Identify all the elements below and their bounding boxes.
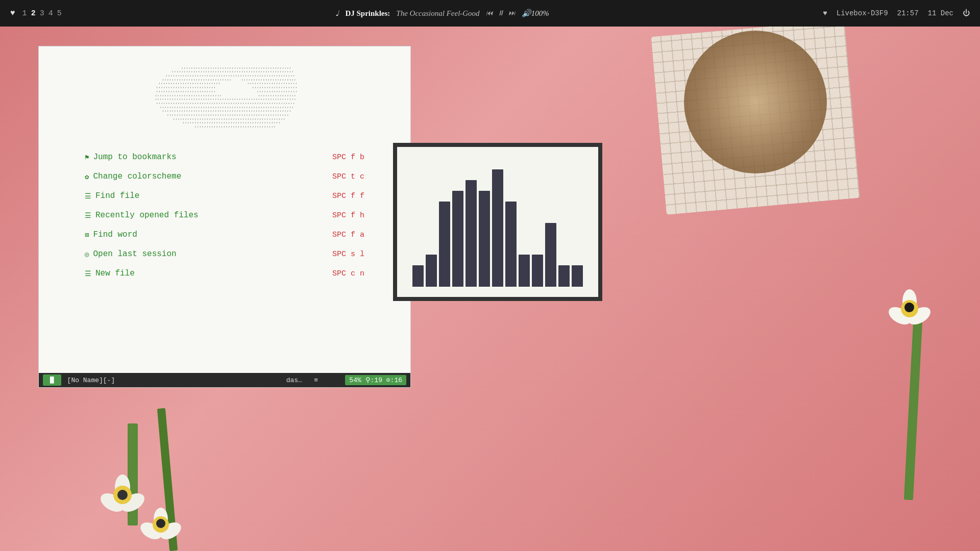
menu-icon-6: ☰ [85, 269, 91, 278]
chart-bar-2 [439, 202, 450, 287]
flower-decoration-1 [102, 485, 143, 525]
network-name: Livebox-D3F9 [837, 9, 888, 17]
chart-bar-11 [558, 265, 570, 287]
menu-text-5: Open last session [93, 249, 176, 259]
volume-indicator: 🔊100% [522, 9, 549, 18]
menu-label-3[interactable]: ☰ Recently opened files [85, 211, 199, 220]
menu-label-4[interactable]: ⊞ Find word [85, 230, 137, 239]
menu-text-2: Find file [95, 191, 139, 201]
menu-text-4: Find word [93, 230, 137, 239]
menu-shortcut-2: SPC f f [332, 192, 364, 201]
tab-3[interactable]: 3 [40, 9, 44, 18]
menu-item-2[interactable]: ☰ Find file SPC f f [85, 186, 364, 206]
menu-item-5[interactable]: ◎ Open last session SPC s l [85, 244, 364, 264]
menu-icon-1: ✿ [85, 172, 89, 181]
topbar-left: ♥ 1 2 3 4 5 [10, 9, 62, 18]
date-display: 11 Dec [928, 9, 953, 17]
status-right: 54% ⚲:19 ⊙:16 [345, 375, 406, 385]
menu-icon-4: ⊞ [85, 231, 89, 239]
tab-4[interactable]: 4 [48, 9, 53, 18]
pause-button[interactable]: ⏸ [497, 9, 504, 17]
next-button[interactable]: ⏭ [508, 9, 516, 17]
chart-bar-6 [492, 169, 503, 287]
now-playing: ♩ DJ Sprinkles: The Occasional Feel-Good… [335, 9, 549, 18]
playback-controls: ⏮ ⏸ ⏭ [486, 9, 516, 17]
menu-shortcut-6: SPC c n [332, 269, 364, 278]
menu-label-6[interactable]: ☰ New file [85, 269, 135, 278]
chart-bar-4 [465, 180, 477, 287]
menu-shortcut-0: SPC f b [332, 153, 364, 162]
chart-bar-9 [532, 255, 543, 287]
menu-icon-0: ⚑ [85, 153, 89, 162]
menu-label-5[interactable]: ◎ Open last session [85, 249, 177, 259]
tab-numbers: 1 2 3 4 5 [22, 9, 62, 18]
menu-list: ⚑ Jump to bookmarks SPC f b ✿ Change col… [54, 147, 395, 283]
status-bar: ▐▌ [No Name][-] das… ≡ 54% ⚲:19 ⊙:16 [39, 373, 410, 387]
editor-window: ,,,,,,,,,,,,,,,,,,,,,,,,,,,,,,,,,,,,,,,,… [38, 46, 411, 388]
menu-item-6[interactable]: ☰ New file SPC c n [85, 264, 364, 283]
menu-text-0: Jump to bookmarks [93, 153, 176, 162]
tab-5[interactable]: 5 [57, 9, 62, 18]
prev-button[interactable]: ⏮ [486, 9, 493, 17]
menu-shortcut-5: SPC s l [332, 250, 364, 259]
editor-content: ,,,,,,,,,,,,,,,,,,,,,,,,,,,,,,,,,,,,,,,,… [39, 46, 410, 373]
chart-bar-12 [572, 265, 583, 287]
tab-2-active[interactable]: 2 [31, 9, 36, 18]
chart-bar-7 [505, 202, 517, 287]
chart-bar-10 [545, 223, 556, 287]
song-title: The Occasional Feel-Good [396, 9, 479, 18]
menu-shortcut-4: SPC f a [332, 231, 364, 239]
ascii-art-logo: ,,,,,,,,,,,,,,,,,,,,,,,,,,,,,,,,,,,,,,,,… [54, 62, 395, 132]
menu-icon-3: ☰ [85, 211, 91, 220]
chart-bar-1 [426, 255, 437, 287]
menu-text-6: New file [95, 269, 135, 278]
flower-decoration-2 [143, 515, 179, 551]
topbar-right: ♥ Livebox-D3F9 21:57 11 Dec ⏻ [823, 9, 970, 17]
mode-bars: ▐▌ [48, 377, 56, 384]
artist-name: DJ Sprinkles: [345, 9, 390, 18]
tab-1[interactable]: 1 [22, 9, 27, 18]
bar-chart [407, 157, 588, 287]
menu-shortcut-1: SPC t c [332, 172, 364, 181]
menu-item-0[interactable]: ⚑ Jump to bookmarks SPC f b [85, 147, 364, 167]
chart-bar-0 [412, 265, 424, 287]
menu-icon-5: ◎ [85, 250, 89, 259]
mode-indicator: ▐▌ [43, 374, 61, 386]
align-icon: ≡ [314, 377, 318, 384]
chart-bar-8 [519, 255, 530, 287]
menu-icon-2: ☰ [85, 192, 91, 201]
menu-label-1[interactable]: ✿ Change colorscheme [85, 172, 181, 181]
menu-item-1[interactable]: ✿ Change colorscheme SPC t c [85, 167, 364, 186]
menu-shortcut-3: SPC f h [332, 211, 364, 220]
heart-icon: ♥ [10, 9, 15, 18]
menu-item-4[interactable]: ⊞ Find word SPC f a [85, 225, 364, 244]
topbar: ♥ 1 2 3 4 5 ♩ DJ Sprinkles: The Occasion… [0, 0, 980, 27]
chart-window [393, 143, 602, 301]
menu-text-3: Recently opened files [95, 211, 199, 220]
power-button[interactable]: ⏻ [963, 9, 970, 17]
menu-text-1: Change colorscheme [93, 172, 181, 181]
wifi-icon: ♥ [823, 9, 827, 17]
filetype-display: das… [286, 377, 302, 384]
scroll-percent: 54% ⚲:19 ⊙:16 [345, 375, 406, 385]
filename-display: [No Name][-] das… ≡ [61, 377, 346, 384]
menu-label-0[interactable]: ⚑ Jump to bookmarks [85, 153, 177, 162]
menu-label-2[interactable]: ☰ Find file [85, 191, 139, 201]
menu-item-3[interactable]: ☰ Recently opened files SPC f h [85, 206, 364, 225]
chart-bar-5 [479, 191, 490, 287]
music-icon: ♩ [335, 9, 339, 18]
coffee-cup-decoration [684, 31, 827, 173]
time-display: 21:57 [897, 9, 919, 17]
flower-decoration-3 [891, 462, 929, 500]
chart-bar-3 [452, 191, 463, 287]
